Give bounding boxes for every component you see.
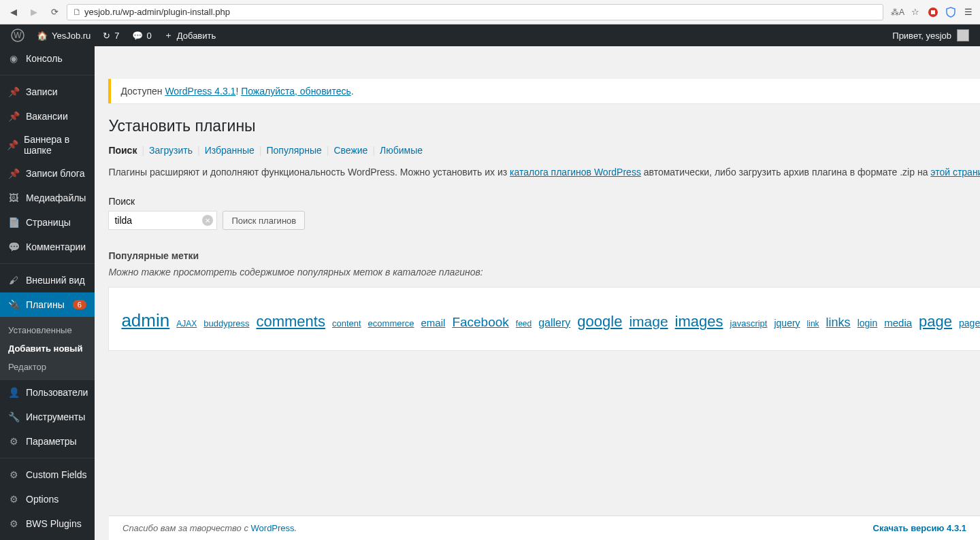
plus-icon: ＋	[164, 29, 173, 41]
submenu-редактор[interactable]: Редактор	[0, 358, 95, 376]
menu-страницы[interactable]: 📄Страницы	[0, 210, 95, 235]
tag-google[interactable]: google	[577, 313, 622, 330]
tag-pages[interactable]: pages	[959, 318, 980, 328]
home-icon: 🏠	[37, 31, 48, 41]
tag-content[interactable]: content	[332, 318, 361, 328]
avatar[interactable]	[957, 29, 969, 41]
update-badge: 6	[73, 300, 86, 309]
tag-feed[interactable]: feed	[516, 319, 532, 328]
tag-facebook[interactable]: Facebook	[452, 315, 508, 329]
dash-icon: ◉	[7, 52, 20, 65]
tags-heading: Популярные метки	[108, 250, 980, 261]
menu-инструменты[interactable]: 🔧Инструменты	[0, 405, 95, 429]
svg-rect-1	[931, 10, 935, 14]
tag-comments[interactable]: comments	[256, 313, 325, 330]
pin-icon: 📌	[7, 167, 20, 180]
menu-записи[interactable]: 📌Записи	[0, 75, 95, 104]
tag-javascript[interactable]: javascript	[730, 318, 768, 328]
translate-icon[interactable]: ⁂A	[892, 6, 904, 18]
back-button[interactable]: ◀	[5, 4, 22, 20]
tag-image[interactable]: image	[629, 314, 668, 329]
menu-плагины[interactable]: 🔌Плагины6	[0, 292, 95, 317]
tag-link[interactable]: link	[807, 319, 819, 328]
update-notice: Доступен WordPress 4.3.1! Пожалуйста, об…	[108, 79, 980, 103]
reload-button[interactable]: ⟳	[46, 4, 63, 20]
shield-icon[interactable]	[945, 6, 957, 18]
page-icon: 🗋	[73, 7, 82, 17]
menu-консоль[interactable]: ◉Консоль	[0, 46, 95, 71]
tag-media[interactable]: media	[884, 317, 912, 328]
submenu-добавить-новый[interactable]: Добавить новый	[0, 339, 95, 358]
filter-любимые[interactable]: Любимые	[380, 145, 423, 156]
tag-jquery[interactable]: jquery	[774, 318, 800, 328]
menu-комментарии[interactable]: 💬Комментарии	[0, 235, 95, 259]
favorite-icon[interactable]: ☆	[909, 6, 921, 18]
filter-поиск[interactable]: Поиск	[108, 145, 137, 156]
sliders-icon: ⚙	[7, 435, 20, 448]
comment-icon: 💬	[7, 240, 20, 254]
search-input[interactable]	[108, 211, 217, 230]
filter-свежие[interactable]: Свежие	[333, 145, 368, 156]
filter-избранные[interactable]: Избранные	[205, 145, 255, 156]
filter-загрузить[interactable]: Загрузить	[149, 145, 193, 156]
site-name[interactable]: 🏠YesJob.ru	[31, 24, 96, 46]
search-button[interactable]: Поиск плагинов	[223, 211, 305, 230]
submenu-установленные[interactable]: Установленные	[0, 321, 95, 339]
tag-login[interactable]: login	[858, 318, 878, 328]
wp-admin-bar: W 🏠YesJob.ru ↻7 💬0 ＋Добавить Привет, yes…	[0, 24, 980, 46]
filter-популярные[interactable]: Популярные	[267, 145, 322, 156]
menu-параметры[interactable]: ⚙Параметры	[0, 429, 95, 454]
download-version-link[interactable]: Скачать версию 4.3.1	[873, 523, 966, 533]
wordpress-link[interactable]: WordPress	[251, 523, 295, 533]
tag-images[interactable]: images	[675, 313, 723, 330]
browser-toolbar: ◀ ▶ ⟳ 🗋 yesjob.ru/wp-admin/plugin-instal…	[0, 0, 980, 24]
address-bar[interactable]: 🗋 yesjob.ru/wp-admin/plugin-install.php	[67, 4, 883, 20]
svg-text:W: W	[14, 31, 22, 40]
page-icon: 📄	[7, 216, 20, 229]
tag-ajax[interactable]: AJAX	[176, 319, 197, 328]
description-text: Плагины расширяют и дополняют функционал…	[108, 165, 980, 180]
menu-options[interactable]: ⚙Options	[0, 487, 95, 511]
upload-page-link[interactable]: этой странице	[930, 167, 980, 178]
menu-вакансии[interactable]: 📌Вакансии	[0, 104, 95, 129]
adblock-icon[interactable]	[927, 6, 939, 18]
clear-icon[interactable]: ✕	[202, 215, 213, 226]
howdy-text[interactable]: Привет, yesjob	[892, 31, 951, 41]
gear-icon: ⚙	[7, 517, 20, 530]
tag-links[interactable]: links	[826, 316, 851, 329]
tag-gallery[interactable]: gallery	[538, 317, 570, 328]
menu-пользователи[interactable]: 👤Пользователи	[0, 380, 95, 405]
menu-медиафайлы[interactable]: 🖼Медиафайлы	[0, 186, 95, 210]
tag-page[interactable]: page	[919, 313, 952, 330]
tag-buddypress[interactable]: buddypress	[203, 318, 249, 328]
menu-внешний-вид[interactable]: 🖌Внешний вид	[0, 263, 95, 292]
wp-logo[interactable]: W	[5, 24, 30, 46]
media-icon: 🖼	[7, 191, 20, 205]
pin-icon: 📌	[7, 109, 20, 123]
search-label: Поиск	[108, 196, 980, 207]
updates-icon: ↻	[103, 31, 110, 41]
wp-version-link[interactable]: WordPress 4.3.1	[165, 86, 235, 97]
pin-icon: 📌	[7, 85, 20, 99]
comment-icon: 💬	[132, 31, 143, 41]
updates-link[interactable]: ↻7	[97, 24, 125, 46]
menu-custom-fields[interactable]: ⚙Custom Fields	[0, 458, 95, 487]
forward-button[interactable]: ▶	[26, 4, 42, 20]
plugin-directory-link[interactable]: каталога плагинов WordPress	[510, 167, 641, 178]
extension-icons: ⁂A ☆ ☰	[892, 6, 975, 18]
search-section: Поиск ✕ Поиск плагинов	[108, 196, 980, 230]
tag-ecommerce[interactable]: ecommerce	[368, 318, 414, 328]
comments-link[interactable]: 💬0	[127, 24, 157, 46]
brush-icon: 🖌	[7, 273, 20, 287]
menu-bws-plugins[interactable]: ⚙BWS Plugins	[0, 511, 95, 536]
tag-admin[interactable]: admin	[121, 310, 169, 331]
tags-hint: Можно также просмотреть содержимое попул…	[108, 267, 980, 277]
menu-icon[interactable]: ☰	[962, 6, 975, 18]
add-new[interactable]: ＋Добавить	[159, 24, 221, 46]
gear-icon: ⚙	[7, 468, 20, 482]
menu-записи-блога[interactable]: 📌Записи блога	[0, 161, 95, 186]
tag-email[interactable]: email	[421, 317, 446, 328]
update-link[interactable]: Пожалуйста, обновитесь	[241, 86, 351, 97]
menu-баннера-в-шапке[interactable]: 📌Баннера в шапке	[0, 129, 95, 161]
admin-sidebar: ◉Консоль📌Записи📌Вакансии📌Баннера в шапке…	[0, 46, 95, 540]
